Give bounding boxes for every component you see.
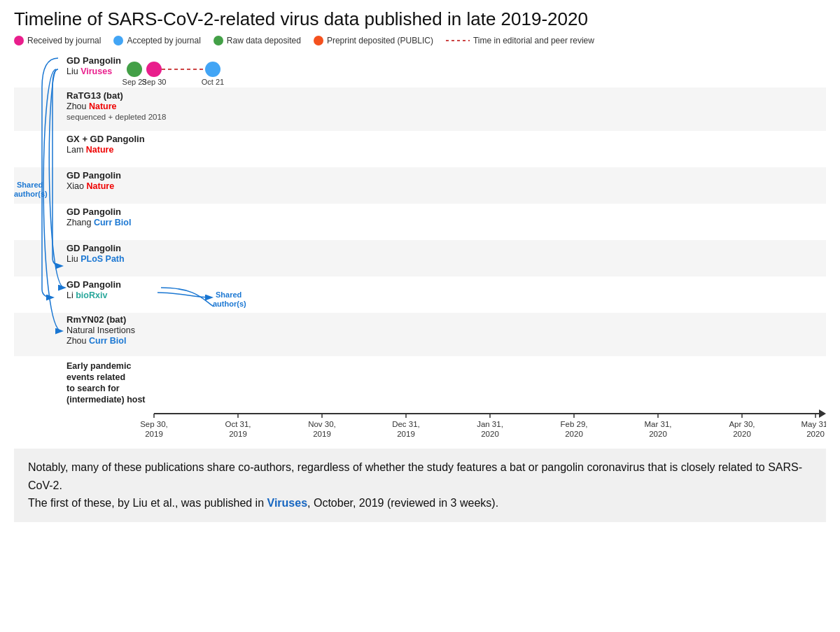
chart-area: GD Pangolin Liu Viruses RaTG13 (bat) Zho… bbox=[14, 51, 826, 443]
row5-name: GD Pangolin bbox=[66, 206, 121, 217]
row3-author: Lam Nature bbox=[66, 145, 113, 155]
row1-name: GD Pangolin bbox=[66, 55, 121, 66]
footer-section: Notably, many of these publications shar… bbox=[14, 449, 826, 522]
row5-author: Zhang Curr Biol bbox=[66, 218, 131, 227]
tick-label-feb29-year: 2020 bbox=[565, 430, 583, 438]
svg-rect-5 bbox=[14, 240, 826, 276]
svg-rect-7 bbox=[14, 313, 826, 356]
row4-name: GD Pangolin bbox=[66, 170, 121, 181]
tick-label-feb29: Feb 29, bbox=[561, 420, 588, 428]
row6-author: Liu PLoS Path bbox=[66, 254, 125, 264]
row8-name: RmYN02 (bat) bbox=[66, 314, 126, 325]
row9-line4: (intermediate) host bbox=[66, 395, 146, 405]
chart-svg: GD Pangolin Liu Viruses RaTG13 (bat) Zho… bbox=[14, 51, 826, 443]
accepted-dot bbox=[113, 36, 123, 45]
row9-line3: to search for bbox=[66, 384, 120, 393]
legend-received-label: Received by journal bbox=[27, 36, 101, 45]
received-dot bbox=[14, 36, 24, 45]
preprint-dot bbox=[314, 36, 323, 45]
row8-line2: Natural Insertions bbox=[66, 325, 135, 335]
row7-author: Li bioRxiv bbox=[66, 290, 107, 300]
tick-label-oct31: Oct 31, bbox=[225, 420, 251, 428]
date-oct21: Oct 21 bbox=[202, 78, 224, 86]
row8-author: Zhou Curr Biol bbox=[66, 336, 126, 346]
legend-accepted: Accepted by journal bbox=[113, 36, 200, 45]
svg-rect-4 bbox=[14, 204, 826, 240]
legend-review-label: Time in editorial and peer review bbox=[473, 36, 594, 45]
legend-preprint: Preprint deposited (PUBLIC) bbox=[314, 36, 433, 45]
raw-data-dot bbox=[214, 36, 223, 45]
accepted-circle bbox=[205, 62, 220, 77]
row9-line1: Early pandemic bbox=[66, 361, 131, 371]
footer-line2-pre: The first of these, by Liu et al., was p… bbox=[28, 497, 267, 509]
tick-label-nov30: Nov 30, bbox=[308, 420, 336, 428]
svg-rect-3 bbox=[14, 167, 826, 204]
tick-label-apr30: Apr 30, bbox=[729, 420, 755, 428]
svg-rect-1 bbox=[14, 87, 826, 131]
shared-author-right-label-2: author(s) bbox=[213, 300, 246, 308]
legend: Received by journal Accepted by journal … bbox=[14, 36, 826, 45]
row2-name: RaTG13 (bat) bbox=[66, 90, 123, 101]
viruses-link[interactable]: Viruses bbox=[267, 497, 308, 509]
row9-line2: events related bbox=[66, 372, 125, 382]
row3-name: GX + GD Pangolin bbox=[66, 134, 145, 144]
legend-accepted-label: Accepted by journal bbox=[127, 36, 200, 45]
received-circle bbox=[146, 62, 162, 77]
tick-label-nov30-year: 2019 bbox=[313, 430, 331, 438]
footer-line1: Notably, many of these publications shar… bbox=[28, 458, 812, 494]
row2-note: sequenced + depleted 2018 bbox=[66, 113, 166, 121]
svg-rect-6 bbox=[14, 276, 826, 313]
legend-raw-data: Raw data deposited bbox=[214, 36, 301, 45]
legend-review-time: Time in editorial and peer review bbox=[446, 36, 594, 45]
tick-label-jan31-year: 2020 bbox=[481, 430, 499, 438]
legend-preprint-label: Preprint deposited (PUBLIC) bbox=[327, 36, 433, 45]
tick-label-sep30-year: 2019 bbox=[145, 430, 163, 438]
review-dash-icon bbox=[446, 40, 470, 41]
main-container: Timeline of SARS-CoV-2-related virus dat… bbox=[0, 0, 840, 522]
tick-label-apr30-year: 2020 bbox=[733, 430, 751, 438]
raw-data-circle bbox=[127, 62, 142, 77]
tick-label-mar31-year: 2020 bbox=[649, 430, 667, 438]
tick-label-sep30: Sep 30, bbox=[140, 420, 168, 428]
date-sep30: Sep 30 bbox=[142, 78, 167, 86]
tick-label-dec31-year: 2019 bbox=[397, 430, 415, 438]
row2-author: Zhou Nature bbox=[66, 101, 117, 111]
footer-line2: The first of these, by Liu et al., was p… bbox=[28, 494, 812, 512]
footer-line2-post: , October, 2019 (reviewed in 3 weeks). bbox=[307, 497, 498, 509]
row1-author: Liu Viruses bbox=[66, 66, 112, 76]
tick-label-oct31-year: 2019 bbox=[229, 430, 247, 438]
chart-title: Timeline of SARS-CoV-2-related virus dat… bbox=[14, 8, 826, 30]
tick-label-dec31: Dec 31, bbox=[392, 420, 420, 428]
row7-name: GD Pangolin bbox=[66, 279, 121, 290]
legend-received: Received by journal bbox=[14, 36, 101, 45]
shared-author-right-label: Shared bbox=[216, 290, 241, 299]
row6-name: GD Pangolin bbox=[66, 243, 121, 253]
legend-raw-label: Raw data deposited bbox=[227, 36, 301, 45]
tick-label-mar31: Mar 31, bbox=[645, 420, 672, 428]
shared-author-left: Shared bbox=[17, 181, 43, 189]
tick-label-may31-year: 2020 bbox=[806, 430, 825, 438]
row4-author: Xiao Nature bbox=[66, 181, 114, 191]
tick-label-jan31: Jan 31, bbox=[477, 420, 503, 428]
shared-author-left-2: author(s) bbox=[14, 190, 48, 198]
tick-label-may31: May 31, bbox=[802, 420, 826, 428]
